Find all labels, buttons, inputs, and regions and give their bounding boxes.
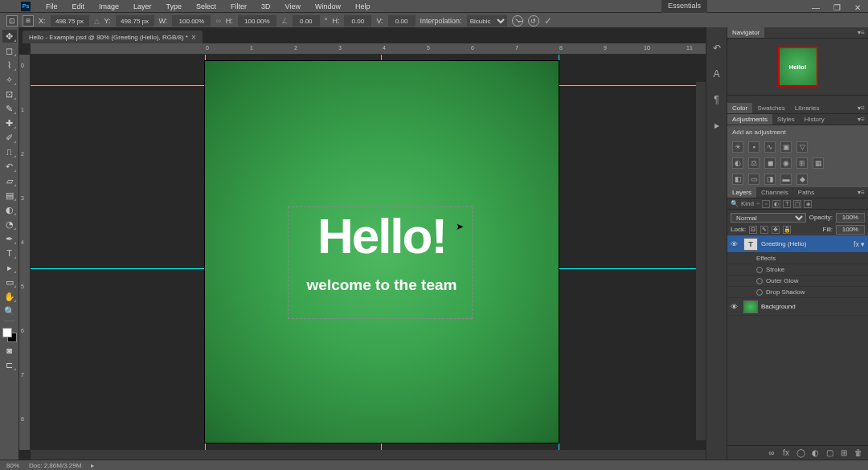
panel-menu-icon[interactable]: ▾≡	[854, 189, 868, 196]
gradient-tool[interactable]: ▤	[2, 189, 17, 202]
eyedropper-tool[interactable]: ✎	[2, 102, 17, 115]
tab-paths[interactable]: Paths	[793, 187, 819, 198]
navigator-thumbnail[interactable]: Hello!	[778, 47, 818, 87]
foreground-color[interactable]	[2, 328, 12, 337]
transform-bounding-box[interactable]	[288, 206, 473, 319]
crop-tool[interactable]: ⊡	[2, 88, 17, 100]
opacity-input[interactable]	[836, 213, 865, 223]
navigator-zoom-slider[interactable]	[727, 95, 868, 103]
effect-outer-glow[interactable]: Outer Glow	[727, 276, 868, 287]
adj-colorbalance-icon[interactable]: ⚖	[748, 157, 760, 169]
commit-transform-icon[interactable]: ✓	[544, 15, 552, 27]
tab-libraries[interactable]: Libraries	[790, 103, 825, 113]
history-brush-tool[interactable]: ↶	[2, 160, 17, 173]
doc-size[interactable]: Doc: 2.86M/3.29M	[29, 462, 81, 469]
panel-menu-icon[interactable]: ▾≡	[854, 29, 868, 36]
adj-gradientmap-icon[interactable]: ▬	[780, 174, 792, 185]
actions-icon[interactable]: ▸	[710, 119, 723, 132]
layer-greeting[interactable]: 👁 T Greeting (Hello) fx ▾	[727, 235, 868, 253]
cancel-transform-icon[interactable]	[512, 15, 523, 27]
x-input[interactable]	[51, 15, 89, 27]
window-maximize[interactable]: ❐	[826, 0, 847, 14]
fx-chevron-icon[interactable]: ▾	[861, 240, 865, 248]
effect-stroke[interactable]: Stroke	[727, 264, 868, 276]
brush-tool[interactable]: ✐	[2, 131, 17, 144]
screenmode-tool[interactable]: ⊏	[2, 358, 17, 371]
shape-tool[interactable]: ▭	[2, 276, 17, 288]
adj-posterize-icon[interactable]: ▭	[748, 174, 760, 185]
visibility-icon[interactable]: 👁	[727, 303, 740, 311]
adj-curves-icon[interactable]: ∿	[764, 141, 776, 153]
w-input[interactable]	[172, 15, 211, 27]
adj-invert-icon[interactable]: ◧	[732, 174, 743, 185]
adj-vibrance-icon[interactable]: ▽	[796, 141, 808, 153]
color-swatch[interactable]	[2, 328, 17, 342]
layer-name[interactable]: Background	[761, 303, 865, 310]
tab-navigator[interactable]: Navigator	[727, 27, 764, 38]
tab-swatches[interactable]: Swatches	[752, 103, 790, 113]
dodge-tool[interactable]: ◔	[2, 218, 17, 231]
layer-style-icon[interactable]: fx	[781, 448, 791, 458]
guide-vertical[interactable]	[559, 55, 559, 450]
reset-transform-icon[interactable]: ↺	[528, 15, 539, 27]
layer-effects-header[interactable]: Effects	[727, 253, 868, 264]
tab-styles[interactable]: Styles	[772, 114, 800, 125]
navigator-panel[interactable]: Hello!	[727, 39, 868, 95]
filter-adjust-icon[interactable]: ◐	[772, 200, 780, 208]
lock-transparent-icon[interactable]: ⊡	[749, 226, 757, 234]
menu-type[interactable]: Type	[161, 2, 188, 11]
ruler-horizontal[interactable]: 0 1 2 3 4 5 6 7 8 9 10 11 12	[31, 43, 706, 55]
lasso-tool[interactable]: ⌇	[2, 59, 17, 72]
adj-threshold-icon[interactable]: ◨	[764, 174, 776, 185]
panel-menu-icon[interactable]: ▾≡	[854, 104, 868, 112]
close-tab-icon[interactable]: ×	[191, 33, 196, 42]
adj-colorlookup-icon[interactable]: ▦	[813, 157, 824, 169]
scrollbar-horizontal[interactable]	[31, 450, 706, 460]
filter-type-icon[interactable]: T	[783, 200, 791, 208]
fill-input[interactable]	[836, 225, 865, 235]
panel-menu-icon[interactable]: ▾≡	[854, 116, 868, 123]
adj-selectivecolor-icon[interactable]: ◆	[796, 174, 808, 185]
adj-exposure-icon[interactable]: ▣	[780, 141, 792, 153]
scrollbar-vertical[interactable]	[696, 82, 706, 440]
h-input[interactable]	[238, 15, 276, 27]
angle-input[interactable]	[293, 15, 320, 27]
tab-layers[interactable]: Layers	[727, 187, 756, 198]
effect-toggle-icon[interactable]	[756, 278, 763, 284]
link-layers-icon[interactable]: ∞	[767, 448, 776, 458]
layer-name[interactable]: Greeting (Hello)	[761, 240, 852, 247]
group-icon[interactable]: ▢	[825, 448, 834, 458]
marquee-tool[interactable]: ◻	[2, 44, 17, 57]
fx-badge[interactable]: fx	[854, 240, 859, 248]
document-tab[interactable]: Hello - Example.psd @ 80% (Greeting (Hel…	[23, 31, 203, 43]
layer-mask-icon[interactable]: ◯	[796, 448, 805, 458]
adj-hue-icon[interactable]: ◐	[732, 157, 743, 169]
status-arrow-icon[interactable]: ▸	[91, 462, 94, 469]
menu-help[interactable]: Help	[350, 2, 376, 11]
adjustment-layer-icon[interactable]: ◐	[810, 448, 820, 458]
skew-v-input[interactable]	[388, 15, 416, 27]
y-input[interactable]	[116, 15, 154, 27]
blend-mode-select[interactable]: Normal	[731, 213, 806, 223]
skew-h-input[interactable]	[344, 15, 371, 27]
delete-layer-icon[interactable]: 🗑	[854, 448, 863, 458]
tab-channels[interactable]: Channels	[756, 187, 793, 198]
adj-bw-icon[interactable]: ◼	[764, 157, 776, 169]
new-layer-icon[interactable]: ⊞	[839, 448, 849, 458]
interpolation-select[interactable]: Bicubic	[467, 15, 507, 27]
ruler-vertical[interactable]: 0 1 2 3 4 5 6 7 8	[19, 55, 31, 450]
delta-icon[interactable]: △	[94, 17, 100, 25]
history-icon[interactable]: ↶	[710, 42, 723, 55]
blur-tool[interactable]: ◐	[2, 203, 17, 216]
path-select-tool[interactable]: ▸	[2, 261, 17, 274]
tab-color[interactable]: Color	[727, 103, 752, 113]
layer-background[interactable]: 👁 Background	[727, 298, 868, 316]
type-tool[interactable]: T	[2, 247, 17, 260]
transform-icon[interactable]: ⊡	[6, 15, 18, 27]
zoom-tool[interactable]: 🔍	[2, 304, 17, 317]
menu-filter[interactable]: Filter	[225, 2, 252, 11]
lock-position-icon[interactable]: ✥	[772, 226, 780, 234]
quickmask-tool[interactable]: ◙	[2, 344, 17, 357]
visibility-icon[interactable]: 👁	[727, 240, 740, 248]
paragraph-icon[interactable]: ¶	[710, 93, 723, 106]
